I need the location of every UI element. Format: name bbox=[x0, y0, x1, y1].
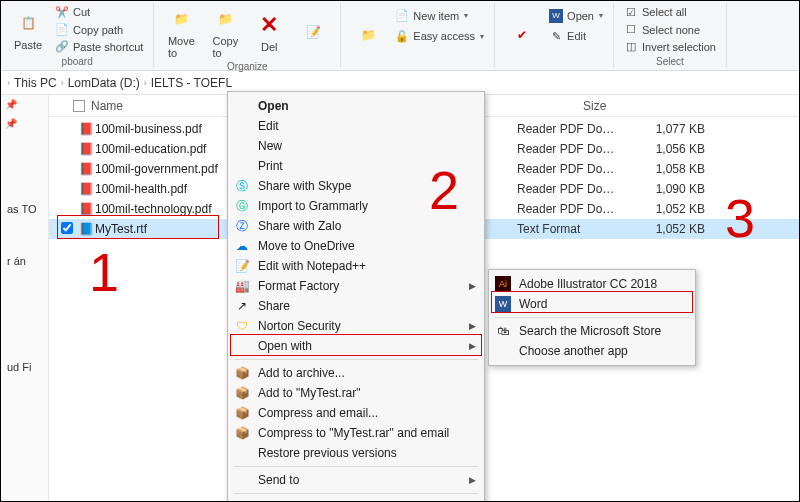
ctx-zalo[interactable]: ⓏShare with Zalo bbox=[228, 216, 484, 236]
easy-access-button[interactable]: 🔓Easy access▾ bbox=[393, 28, 486, 44]
ctx-separator bbox=[234, 359, 478, 360]
pin-icon: 📌 bbox=[1, 95, 48, 114]
format-factory-icon: 🏭 bbox=[234, 278, 250, 294]
annotation-box-1 bbox=[57, 215, 219, 239]
ribbon-label-clipboard: pboard bbox=[7, 56, 147, 68]
clipboard-icon: 📋 bbox=[14, 9, 42, 37]
folder-icon: 📁 bbox=[354, 21, 382, 49]
notepadpp-icon: 📝 bbox=[234, 258, 250, 274]
ctx-compress-mytest-email[interactable]: 📦Compress to "MyTest.rar" and email bbox=[228, 423, 484, 443]
ctx-new[interactable]: New bbox=[228, 136, 484, 156]
properties-button[interactable]: ✔ bbox=[501, 3, 543, 67]
winrar-icon: 📦 bbox=[234, 365, 250, 381]
norton-icon: 🛡 bbox=[234, 318, 250, 334]
sidebar-item[interactable]: ud Fi bbox=[1, 357, 48, 377]
column-size[interactable]: Size bbox=[583, 99, 703, 113]
copy-path-button[interactable]: 📄Copy path bbox=[53, 22, 145, 38]
chevron-right-icon: ▶ bbox=[469, 281, 476, 291]
open-with-store[interactable]: 🛍Search the Microsoft Store bbox=[489, 321, 695, 341]
ctx-cut[interactable]: Cut bbox=[228, 497, 484, 502]
sidebar-item[interactable]: r án bbox=[1, 251, 48, 271]
select-none-icon: ☐ bbox=[624, 23, 638, 37]
open-with-another[interactable]: Choose another app bbox=[489, 341, 695, 361]
ctx-compress-email[interactable]: 📦Compress and email... bbox=[228, 403, 484, 423]
check-icon: ✔ bbox=[508, 21, 536, 49]
rename-button[interactable]: 📝 bbox=[292, 3, 334, 61]
move-to-button[interactable]: 📁Move to bbox=[160, 3, 202, 61]
open-with-submenu: AiAdobe Illustrator CC 2018 WWord 🛍Searc… bbox=[488, 269, 696, 366]
ctx-add-mytest-rar[interactable]: 📦Add to "MyTest.rar" bbox=[228, 383, 484, 403]
shortcut-icon: 🔗 bbox=[55, 40, 69, 54]
ribbon-label-organize: Organize bbox=[160, 61, 334, 73]
copy-to-button[interactable]: 📁Copy to bbox=[204, 3, 246, 61]
paste-label: Paste bbox=[14, 39, 42, 51]
chevron-right-icon: › bbox=[7, 78, 10, 88]
select-all-button[interactable]: ☑Select all bbox=[622, 4, 718, 20]
illustrator-icon: Ai bbox=[495, 276, 511, 292]
paste-shortcut-button[interactable]: 🔗Paste shortcut bbox=[53, 39, 145, 55]
ctx-restore[interactable]: Restore previous versions bbox=[228, 443, 484, 463]
ctx-print[interactable]: Print bbox=[228, 156, 484, 176]
folder-copy-icon: 📁 bbox=[211, 5, 239, 33]
invert-icon: ◫ bbox=[624, 40, 638, 54]
ctx-notepad[interactable]: 📝Edit with Notepad++ bbox=[228, 256, 484, 276]
delete-button[interactable]: ✕Del bbox=[248, 3, 290, 61]
ctx-send-to[interactable]: Send to▶ bbox=[228, 470, 484, 490]
select-all-checkbox[interactable] bbox=[73, 100, 85, 112]
edit-button[interactable]: ✎Edit bbox=[547, 28, 605, 44]
skype-icon: Ⓢ bbox=[234, 178, 250, 194]
pdf-icon: 📕 bbox=[77, 162, 95, 176]
winrar-icon: 📦 bbox=[234, 405, 250, 421]
ctx-open[interactable]: Open bbox=[228, 96, 484, 116]
nav-sidebar: 📌 📌 as TO r án ud Fi bbox=[1, 95, 49, 501]
winrar-icon: 📦 bbox=[234, 385, 250, 401]
ribbon-group-organize: 📁Move to 📁Copy to ✕Del 📝 Organize bbox=[154, 3, 341, 68]
grammarly-icon: Ⓖ bbox=[234, 198, 250, 214]
rename-icon: 📝 bbox=[299, 18, 327, 46]
store-icon: 🛍 bbox=[495, 323, 511, 339]
file-type: Reader PDF Do… bbox=[517, 122, 625, 136]
zalo-icon: Ⓩ bbox=[234, 218, 250, 234]
select-all-icon: ☑ bbox=[624, 5, 638, 19]
pdf-icon: 📕 bbox=[77, 182, 95, 196]
select-none-button[interactable]: ☐Select none bbox=[622, 22, 718, 38]
ctx-edit[interactable]: Edit bbox=[228, 116, 484, 136]
edit-icon: ✎ bbox=[549, 29, 563, 43]
delete-icon: ✕ bbox=[255, 11, 283, 39]
file-size: 1,077 KB bbox=[625, 122, 705, 136]
annotation-box-2 bbox=[230, 334, 482, 356]
folder-move-icon: 📁 bbox=[167, 5, 195, 33]
breadcrumb-pc[interactable]: This PC bbox=[14, 76, 57, 90]
ribbon-group-open: ✔ WOpen▾ ✎Edit bbox=[495, 3, 614, 68]
ctx-norton[interactable]: 🛡Norton Security▶ bbox=[228, 316, 484, 336]
new-item-button[interactable]: 📄New item▾ bbox=[393, 8, 486, 24]
breadcrumb-drive[interactable]: LomData (D:) bbox=[68, 76, 140, 90]
cut-button[interactable]: ✂️Cut bbox=[53, 4, 145, 20]
ribbon-group-new: 📁 📄New item▾ 🔓Easy access▾ bbox=[341, 3, 495, 68]
pdf-icon: 📕 bbox=[77, 122, 95, 136]
context-menu: Open Edit New Print ⓈShare with Skype ⒼI… bbox=[227, 91, 485, 502]
paste-button[interactable]: 📋 Paste bbox=[7, 3, 49, 56]
new-item-icon: 📄 bbox=[395, 9, 409, 23]
invert-selection-button[interactable]: ◫Invert selection bbox=[622, 39, 718, 55]
onedrive-icon: ☁ bbox=[234, 238, 250, 254]
ctx-format-factory[interactable]: 🏭Format Factory▶ bbox=[228, 276, 484, 296]
annotation-box-3 bbox=[491, 291, 693, 313]
easy-access-icon: 🔓 bbox=[395, 29, 409, 43]
sidebar-item[interactable]: as TO bbox=[1, 199, 48, 219]
ctx-share[interactable]: ↗Share bbox=[228, 296, 484, 316]
ribbon-group-select: ☑Select all ☐Select none ◫Invert selecti… bbox=[614, 3, 727, 68]
ctx-onedrive[interactable]: ☁Move to OneDrive bbox=[228, 236, 484, 256]
new-folder-button[interactable]: 📁 bbox=[347, 3, 389, 67]
share-icon: ↗ bbox=[234, 298, 250, 314]
pdf-icon: 📕 bbox=[77, 142, 95, 156]
open-button[interactable]: WOpen▾ bbox=[547, 8, 605, 24]
ribbon-group-clipboard: 📋 Paste ✂️Cut 📄Copy path 🔗Paste shortcut… bbox=[1, 3, 154, 68]
ctx-grammarly[interactable]: ⒼImport to Grammarly bbox=[228, 196, 484, 216]
breadcrumb-folder[interactable]: IELTS - TOEFL bbox=[151, 76, 232, 90]
winrar-icon: 📦 bbox=[234, 425, 250, 441]
ctx-add-archive[interactable]: 📦Add to archive... bbox=[228, 363, 484, 383]
ctx-skype[interactable]: ⓈShare with Skype bbox=[228, 176, 484, 196]
ribbon-label-select: Select bbox=[620, 56, 720, 68]
pdf-icon: 📕 bbox=[77, 202, 95, 216]
